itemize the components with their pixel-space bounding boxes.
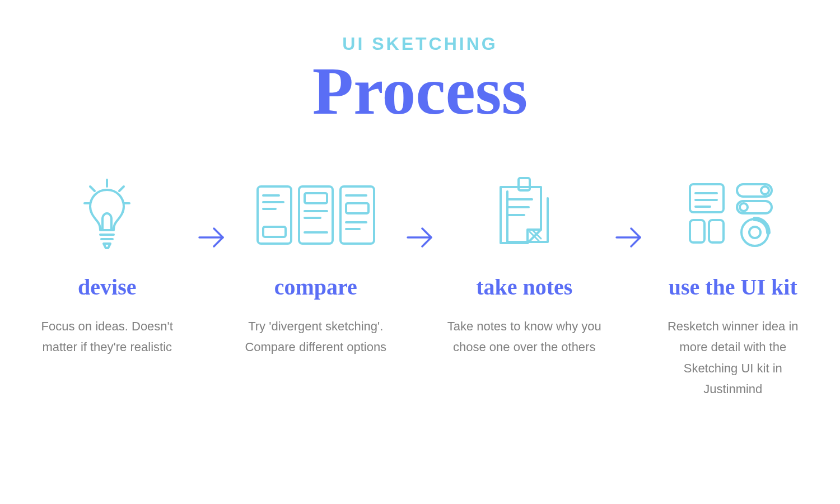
svg-rect-20 [346, 203, 368, 213]
note-icon [491, 173, 558, 257]
step-description: Take notes to know why you chose one ove… [446, 316, 603, 358]
step-description: Try 'divergent sketching'. Compare diffe… [237, 316, 394, 358]
svg-rect-35 [690, 220, 704, 242]
svg-line-2 [119, 186, 124, 191]
svg-point-38 [761, 186, 769, 194]
step-description: Focus on ideas. Doesn't matter if they'r… [29, 316, 185, 358]
step-take-notes: take notes Take notes to know why you ch… [445, 173, 604, 358]
step-heading: take notes [476, 274, 572, 300]
lightbulb-icon [79, 173, 135, 257]
step-devise: devise Focus on ideas. Doesn't matter if… [28, 173, 186, 358]
step-heading: devise [78, 274, 136, 300]
step-heading: compare [274, 274, 357, 300]
svg-rect-31 [690, 184, 724, 212]
subtitle: UI SKETCHING [22, 34, 818, 54]
arrow-icon [609, 173, 648, 302]
steps-row: devise Focus on ideas. Doesn't matter if… [22, 173, 818, 400]
page-title: Process [22, 54, 818, 128]
svg-rect-24 [519, 178, 530, 190]
ui-kit-icon [685, 173, 781, 257]
svg-rect-12 [263, 227, 286, 237]
svg-point-42 [749, 227, 760, 238]
arrow-icon [192, 173, 231, 302]
step-description: Resketch winner idea in more detail with… [655, 316, 811, 400]
step-heading: use the UI kit [669, 274, 797, 300]
wireframes-icon [254, 173, 377, 257]
arrow-icon [400, 173, 440, 302]
svg-rect-14 [305, 193, 327, 203]
svg-line-1 [90, 186, 95, 191]
svg-point-40 [740, 203, 748, 211]
step-compare: compare Try 'divergent sketching'. Compa… [237, 173, 395, 358]
header: UI SKETCHING Process [22, 34, 818, 128]
svg-rect-36 [709, 220, 724, 242]
step-ui-kit: use the UI kit Resketch winner idea in m… [654, 173, 813, 400]
diagram-canvas: UI SKETCHING Process [0, 0, 840, 504]
